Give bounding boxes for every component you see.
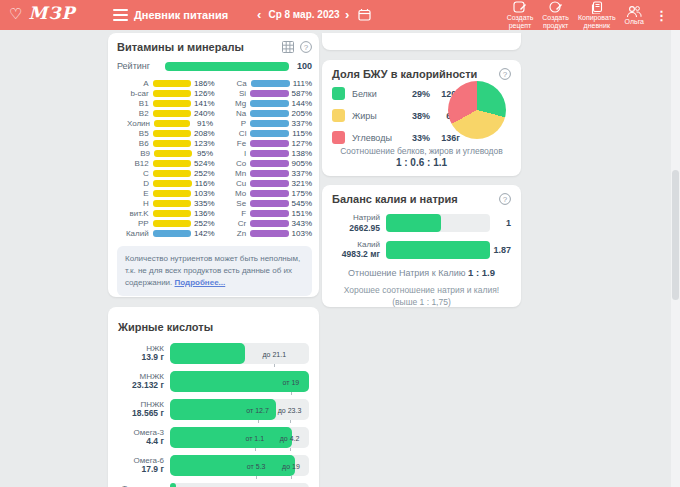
vitamin-bar xyxy=(153,180,192,187)
legend-row: Белки29%120г xyxy=(332,86,460,101)
vitamin-label: Fe xyxy=(215,139,247,148)
legend-percent: 29% xyxy=(402,89,430,99)
fatty-acid-row: Омега-34.4 гот 1.1до 4.2 xyxy=(118,427,309,448)
fatty-acid-rows: НЖК13.9 гдо 21.1МНЖК23.132 гот 19ПНЖК18.… xyxy=(118,343,309,487)
balance-amount: 2662.95 xyxy=(332,223,380,233)
vitamin-percent: 103% xyxy=(292,229,312,238)
vitamin-percent: 175% xyxy=(292,189,312,198)
balance-name: Калий xyxy=(332,240,380,250)
balance-ratio-line: Отношение Натрия к Калию 1 : 1.9 xyxy=(332,267,511,278)
vitamin-bar xyxy=(153,140,191,147)
fatty-acid-bar-track: от 19 xyxy=(170,371,309,392)
norm-mark: до 4.2 xyxy=(280,434,300,441)
vitamin-bar-area xyxy=(153,90,191,97)
vitamin-label: B12 xyxy=(117,159,149,168)
fatty-acid-amount: 13.9 г xyxy=(118,353,164,363)
norm-tick-icon xyxy=(290,420,291,423)
vitamin-percent: 905% xyxy=(292,159,312,168)
vitamin-row: C252% xyxy=(117,168,215,178)
copy-diary-label: Копироватьдневник xyxy=(578,14,616,29)
fatty-acids-card: Жирные кислоты НЖК13.9 гдо 21.1МНЖК23.13… xyxy=(108,307,319,487)
scrollbar[interactable] xyxy=(671,30,680,487)
norm-tick-icon xyxy=(274,364,275,367)
balance-name: Натрий xyxy=(332,213,380,223)
vitamin-bar-area xyxy=(153,210,191,217)
vitamin-label: Холин xyxy=(117,119,150,128)
vitamin-label: I xyxy=(215,149,247,158)
menu-icon[interactable] xyxy=(113,9,128,21)
app-logo[interactable]: ♡ МЗР xyxy=(9,3,75,23)
vitamin-label: Cr xyxy=(215,219,247,228)
table-view-icon[interactable] xyxy=(282,41,294,53)
vitamins-col-right: Ca111%Si587%Mg144%Na205%P337%Cl115%Fe127… xyxy=(215,78,313,238)
legend-swatch-icon xyxy=(332,131,345,144)
vitamin-row: H335% xyxy=(117,198,215,208)
fatty-acid-row: МНЖК23.132 гот 19 xyxy=(118,371,309,392)
user-icon xyxy=(626,5,642,18)
vitamins-minerals-card: Витамины и минералы ? Рейтинг 100 A186%b… xyxy=(108,33,319,297)
balance-card-title: Баланс калия и натрия xyxy=(332,193,458,205)
vitamin-percent: 208% xyxy=(194,129,214,138)
svg-text:?: ? xyxy=(304,43,309,52)
vitamin-bar xyxy=(250,220,288,227)
vitamin-bar xyxy=(154,120,190,127)
copy-icon xyxy=(590,1,604,14)
app-window: ♡ МЗР Дневник питания ‹ Ср 8 мар. 2023 ›… xyxy=(0,0,680,487)
fatty-acid-label: ПНЖК18.565 г xyxy=(118,400,164,419)
vitamin-row: B12524% xyxy=(117,158,215,168)
vitamin-bar xyxy=(153,220,191,227)
vitamin-bar-area xyxy=(250,180,288,187)
norm-mark: от 1.1 xyxy=(245,434,264,441)
vitamin-bar xyxy=(250,180,288,187)
norm-tick-icon xyxy=(290,448,291,451)
norm-tick-icon xyxy=(255,448,256,451)
vitamin-bar xyxy=(250,100,288,107)
fatty-acid-label: Омега-34.4 г xyxy=(118,428,164,447)
vitamin-label: Cl xyxy=(215,129,247,138)
calendar-icon[interactable] xyxy=(358,8,371,21)
fatty-acid-bar-track: до 2.1 xyxy=(170,483,309,487)
vitamin-percent: 127% xyxy=(292,139,312,148)
legend-percent: 38% xyxy=(402,111,430,121)
create-recipe-button[interactable]: Создатьрецепт xyxy=(507,1,534,29)
vitamin-bar xyxy=(153,210,191,217)
vitamins-grid: A186%b-car126%B1141%B2240%Холин91%B5208%… xyxy=(117,78,312,238)
vitamin-bar xyxy=(153,230,191,237)
vitamin-row: F151% xyxy=(215,208,313,218)
fatty-acid-amount: 17.9 г xyxy=(118,465,164,475)
fatty-acid-bar-track: от 12.7до 23.3 xyxy=(170,399,309,420)
vitamin-bar-area xyxy=(250,210,288,217)
bju-pie-chart xyxy=(448,81,506,139)
create-product-button[interactable]: Создатьпродукт xyxy=(542,1,569,29)
vitamin-row: Ca111% xyxy=(215,78,313,88)
more-menu-icon[interactable]: ⋮ xyxy=(653,8,670,23)
vitamin-row: A186% xyxy=(117,78,215,88)
help-icon[interactable]: ? xyxy=(499,193,511,205)
scrollbar-thumb[interactable] xyxy=(672,170,679,300)
norm-mark: от 12.7 xyxy=(246,406,269,413)
vitamin-row: Cl115% xyxy=(215,128,313,138)
vitamins-col-left: A186%b-car126%B1141%B2240%Холин91%B5208%… xyxy=(117,78,215,238)
fatty-acid-row: Трансжиры0.081 гдо 2.1 xyxy=(118,483,309,487)
vitamin-label: P xyxy=(215,119,247,128)
vitamin-percent: 116% xyxy=(195,179,215,188)
fatty-acid-row: Омега-617.9 гот 5.3до 19 xyxy=(118,455,309,476)
vitamin-bar-area xyxy=(153,140,191,147)
fatty-acid-label: МНЖК23.132 г xyxy=(118,372,164,391)
date-selector[interactable]: Ср 8 мар. 2023 xyxy=(266,9,342,20)
more-link[interactable]: Подробнее... xyxy=(175,278,226,287)
vitamin-percent: 144% xyxy=(292,99,312,108)
copy-diary-button[interactable]: Копироватьдневник xyxy=(578,1,616,29)
help-icon[interactable]: ? xyxy=(499,68,511,80)
next-day-button[interactable]: › xyxy=(345,7,349,22)
vitamin-bar xyxy=(250,110,288,117)
prev-day-button[interactable]: ‹ xyxy=(257,7,261,22)
help-icon[interactable]: ? xyxy=(300,41,312,53)
vitamin-row: E103% xyxy=(117,188,215,198)
vitamin-row: Fe127% xyxy=(215,138,313,148)
vitamin-percent: 524% xyxy=(194,159,214,168)
legend-grams: 136г xyxy=(430,133,460,143)
user-menu[interactable]: Ольга xyxy=(625,5,644,25)
vitamin-row: I138% xyxy=(215,148,313,158)
vitamin-bar xyxy=(250,160,288,167)
